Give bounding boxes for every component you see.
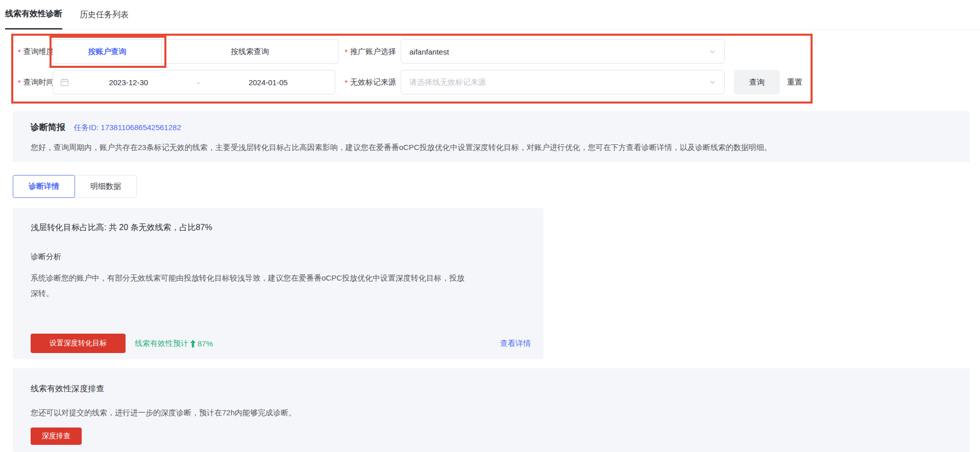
diagnosis-analysis-label: 诊断分析 — [31, 252, 61, 262]
by-lead-button[interactable]: 按线索查询 — [162, 39, 338, 64]
search-button[interactable]: 查询 — [734, 70, 780, 94]
task-id: 任务ID: 1738110686542561282 — [74, 123, 181, 133]
deep-check-body: 您还可以对提交的线索，进行进一步的深度诊断，预计在72h内能够完成诊断。 — [31, 408, 296, 418]
date-range-input[interactable]: 2023-12-30 - 2024-01-05 — [53, 70, 335, 94]
required-asterisk: * — [345, 78, 348, 87]
invalid-source-select[interactable]: 请选择线无效标记来源 — [401, 70, 725, 94]
validity-forecast: 线索有效性预计 87% — [135, 339, 213, 348]
date-end-value: 2024-01-05 — [209, 78, 328, 87]
lead-validity-diagnosis-page: 线索有效性诊断 历史任务列表 * 查询维度 ? 按账户查询 按线索查询 * 推广… — [0, 0, 980, 452]
tab-diagnosis-detail[interactable]: 诊断详情 — [13, 175, 75, 198]
query-form: * 查询维度 ? 按账户查询 按线索查询 * 推广账户选择 aifanfante… — [11, 34, 813, 104]
detail-tab-group: 诊断详情 明细数据 — [13, 175, 137, 198]
deep-check-title: 线索有效性深度排查 — [31, 384, 104, 394]
forecast-value: 87% — [198, 339, 213, 348]
tab-lead-validity-diagnosis[interactable]: 线索有效性诊断 — [5, 0, 62, 30]
date-separator: - — [188, 78, 209, 87]
up-arrow-icon — [190, 340, 196, 347]
diagnosis-detail-card: 浅层转化目标占比高: 共 20 条无效线索，占比87% 诊断分析 系统诊断您的账… — [13, 208, 544, 359]
calendar-icon — [60, 78, 69, 87]
promo-account-label: * 推广账户选择 — [337, 39, 396, 64]
invalid-source-placeholder: 请选择线无效标记来源 — [409, 78, 486, 87]
report-title: 诊断简报 — [31, 121, 65, 133]
report-body: 您好，查询周期内，账户共存在23条标记无效的线索，主要受浅层转化目标占比高因素影… — [31, 143, 772, 153]
deep-check-card: 线索有效性深度排查 您还可以对提交的线索，进行进一步的深度诊断，预计在72h内能… — [13, 368, 970, 452]
set-deep-conversion-goal-button[interactable]: 设置深度转化目标 — [31, 334, 126, 353]
diagnosis-card-actions: 设置深度转化目标 线索有效性预计 87% 查看详情 — [31, 334, 531, 353]
chevron-down-icon — [709, 79, 716, 86]
by-account-button[interactable]: 按账户查询 — [53, 39, 162, 64]
diagnosis-analysis-body: 系统诊断您的账户中，有部分无效线索可能由投放转化目标较浅导致，建议您在爱番番oC… — [31, 270, 471, 301]
tab-detail-data[interactable]: 明细数据 — [75, 175, 137, 198]
tab-history-task-list[interactable]: 历史任务列表 — [80, 0, 129, 30]
promo-account-value: aifanfantest — [409, 47, 449, 56]
required-asterisk: * — [18, 78, 21, 87]
required-asterisk: * — [345, 47, 348, 56]
chevron-down-icon — [709, 48, 716, 55]
query-dimension-segmented: 按账户查询 按线索查询 — [53, 39, 338, 64]
view-detail-link[interactable]: 查看详情 — [500, 339, 531, 348]
promo-account-select[interactable]: aifanfantest — [401, 39, 725, 64]
diagnosis-card-title: 浅层转化目标占比高: 共 20 条无效线索，占比87% — [31, 222, 212, 233]
required-asterisk: * — [18, 47, 21, 56]
deep-check-button[interactable]: 深度排查 — [31, 428, 82, 445]
report-title-row: 诊断简报 任务ID: 1738110686542561282 — [31, 121, 181, 133]
reset-button[interactable]: 重置 — [787, 70, 802, 94]
top-tab-bar: 线索有效性诊断 历史任务列表 — [0, 0, 980, 30]
diagnosis-report-section: 诊断简报 任务ID: 1738110686542561282 您好，查询周期内，… — [13, 111, 970, 162]
date-start-value: 2023-12-30 — [69, 78, 188, 87]
query-time-label: * 查询时间 — [18, 70, 54, 94]
invalid-source-label: * 无效标记来源 — [337, 70, 396, 94]
